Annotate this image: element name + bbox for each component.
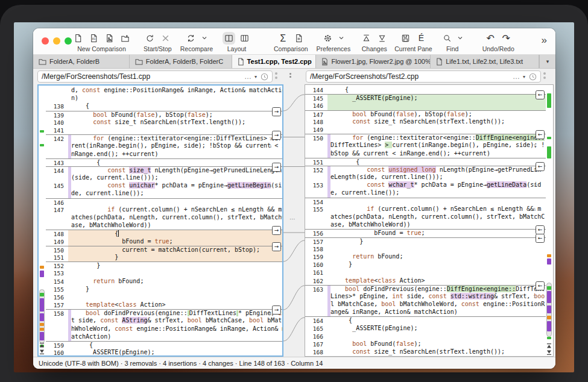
code-row[interactable]: 144 const size_t nLength(pEngine→getPrun… bbox=[46, 166, 282, 174]
code-row[interactable]: 141 bbox=[46, 127, 282, 134]
merge-right-button[interactable]: → bbox=[272, 107, 281, 116]
left-path-more-icon[interactable]: … bbox=[244, 72, 251, 81]
code-row[interactable]: 146 bbox=[46, 198, 282, 206]
close-window-button[interactable] bbox=[42, 37, 49, 45]
code-row[interactable]: 164 { bbox=[305, 316, 546, 324]
code-row[interactable]: 156 bFound = true;← bbox=[305, 229, 546, 237]
code-row[interactable]: 149 bFound = true; bbox=[46, 238, 282, 246]
minimize-window-button[interactable] bbox=[53, 37, 60, 45]
code-row[interactable]: nRange.end(); ++current) bbox=[46, 151, 282, 158]
code-row[interactable]: 145 const unichar* pchData = pEngine→get… bbox=[46, 182, 282, 190]
code-row[interactable]: 145 _ASSERTE(pEngine);← bbox=[305, 94, 546, 102]
code-row[interactable]: hWholeWord, const engine::PositionRange&… bbox=[46, 325, 282, 333]
merge-right-button[interactable]: → bbox=[272, 305, 281, 315]
chevron-icon[interactable] bbox=[458, 33, 463, 43]
right-code-content[interactable]: 144 {145 _ASSERTE(pEngine);←146147 bool … bbox=[305, 85, 546, 356]
left-pane-handle-dots[interactable] bbox=[275, 72, 277, 79]
right-pane-handle-dots[interactable] bbox=[543, 72, 546, 79]
code-row[interactable]: 152 const unsigned long nLength(pEngine→… bbox=[305, 166, 546, 174]
code-row[interactable]: 139 bool bFound(false), bStop(false);→ bbox=[46, 111, 282, 119]
doc-new-icon[interactable] bbox=[73, 33, 83, 43]
code-row[interactable]: e, current.line()); bbox=[305, 189, 546, 197]
prev-change-icon[interactable] bbox=[361, 33, 371, 43]
code-row[interactable]: 153 bbox=[46, 269, 282, 277]
code-row[interactable]: 162 template<class Action> bbox=[305, 277, 546, 285]
sigma-icon[interactable]: Σ bbox=[278, 33, 288, 43]
right-path-more-icon[interactable]: … bbox=[513, 72, 520, 81]
code-row[interactable]: 158 bool doFindPrevious(engine::DiffText… bbox=[46, 309, 282, 317]
code-row[interactable]: 150 for (engine::textiterator<engine::Di… bbox=[305, 134, 546, 142]
right-history-icon[interactable] bbox=[529, 73, 537, 81]
code-row[interactable]: 152 } bbox=[46, 261, 282, 269]
code-row[interactable]: 157 template<class Action> bbox=[46, 301, 282, 309]
code-row[interactable]: rent(inRange.begin(), pEngine, side); !b… bbox=[46, 142, 282, 150]
code-row[interactable]: 155 if (current.column() + nSearchLen ≤ … bbox=[305, 205, 546, 213]
code-row[interactable]: (side, current.line())); bbox=[46, 174, 282, 182]
code-row[interactable]: 161 bbox=[305, 269, 546, 277]
left-path-dropdown-icon[interactable]: ▾ bbox=[254, 74, 257, 80]
code-row[interactable]: 146 bbox=[305, 102, 546, 110]
zoom-window-button[interactable] bbox=[65, 37, 72, 45]
code-row[interactable]: 150 current = matchAction(current, bStop… bbox=[46, 246, 282, 254]
code-row[interactable]: 155 } bbox=[46, 286, 282, 293]
splitter-handle[interactable] bbox=[289, 73, 291, 78]
left-history-icon[interactable] bbox=[261, 73, 268, 81]
redo-icon[interactable]: ↷ bbox=[501, 33, 511, 43]
merge-left-button[interactable]: ← bbox=[536, 234, 545, 243]
code-row[interactable]: 151 } bbox=[46, 254, 282, 261]
search-icon[interactable] bbox=[442, 33, 452, 43]
doc-image-icon[interactable] bbox=[104, 33, 115, 43]
tab-list-dropdown[interactable]: ▾ bbox=[539, 55, 555, 68]
code-row[interactable]: 167 bool bFound(false); bbox=[305, 340, 546, 348]
tab-flower1-jpg[interactable]: Flower1.jpg, Flower2.jpg @ 100% bbox=[316, 55, 431, 68]
last-change-icon[interactable] bbox=[546, 350, 552, 355]
last-change-icon[interactable] bbox=[39, 349, 45, 354]
code-row[interactable]: 147 bool bFound(false), bStop(false); bbox=[305, 110, 546, 118]
tab-life1-txt[interactable]: Life1.txt, Life2.txt, Life3.txt bbox=[431, 55, 539, 68]
code-row[interactable]: atches(pchData, nLength, current.column(… bbox=[46, 214, 282, 222]
merge-right-button[interactable]: → bbox=[272, 163, 281, 172]
layout-2col-icon[interactable] bbox=[224, 33, 234, 43]
merge-left-button[interactable]: ← bbox=[536, 281, 545, 290]
code-row[interactable]: 138 { bbox=[46, 102, 282, 110]
toolbar-overflow-button[interactable]: » bbox=[542, 34, 547, 46]
code-row[interactable]: DiffTextLines> > current(inRange.begin()… bbox=[305, 142, 546, 149]
right-file-path-field[interactable]: /Merge/ForScreenshots/Test2.cpp … ▾ bbox=[306, 70, 541, 83]
code-row[interactable]: atchAction) bbox=[46, 333, 282, 341]
code-row[interactable]: ase, bMatchWholeWord)) bbox=[305, 221, 546, 229]
gear-icon[interactable] bbox=[323, 33, 333, 43]
code-row[interactable]: ange& inRange, Action& matchAction) bbox=[305, 308, 546, 316]
close-icon[interactable] bbox=[160, 33, 171, 43]
merge-left-button[interactable]: ← bbox=[536, 90, 545, 99]
code-row[interactable]: 160 } bbox=[305, 261, 546, 269]
report-icon[interactable] bbox=[294, 33, 304, 43]
code-row[interactable]: t side, const AString& strText, bool bMa… bbox=[46, 317, 282, 325]
code-row[interactable]: 160 ASSERTE(pEngine); bbox=[46, 349, 282, 355]
left-code-pane[interactable]: d, const engine::PositionRange& inRange,… bbox=[37, 84, 283, 357]
code-row[interactable]: 142 for (engine::textiterator<engine::Di… bbox=[46, 134, 282, 142]
folder-new-icon[interactable] bbox=[120, 33, 130, 43]
code-row[interactable]: 149 bbox=[305, 126, 546, 134]
code-row[interactable]: 153 const wchar_t* pchData = pEngine→get… bbox=[305, 181, 546, 189]
code-row[interactable]: eLength(side, current.line())); bbox=[305, 174, 546, 181]
doc-binary-icon[interactable]: 01 bbox=[89, 33, 99, 43]
code-row[interactable]: ase, bMatchWholeWord)) bbox=[46, 222, 282, 230]
code-row[interactable]: 159 return bFound; bbox=[305, 253, 546, 261]
right-code-pane[interactable]: 144 {145 _ASSERTE(pEngine);←146147 bool … bbox=[305, 84, 554, 357]
code-row[interactable]: 165 _ASSERTE(pEngine); bbox=[305, 325, 546, 333]
code-row[interactable]: 158 bbox=[305, 245, 546, 253]
code-row[interactable]: atches(pchData, nLength, current.column(… bbox=[305, 213, 546, 221]
code-row[interactable]: 166 bbox=[305, 333, 546, 340]
code-row[interactable]: 144 { bbox=[305, 86, 546, 94]
merge-right-button[interactable]: → bbox=[272, 242, 281, 251]
code-row[interactable]: 154 bbox=[305, 198, 546, 205]
left-code-content[interactable]: d, const engine::PositionRange& inRange,… bbox=[46, 86, 282, 355]
code-row[interactable]: 148 const size_t nSearchLen(strText.leng… bbox=[305, 118, 546, 126]
code-row[interactable]: de, current.line()); bbox=[46, 190, 282, 198]
refresh-icon[interactable] bbox=[145, 33, 155, 43]
code-row[interactable]: bStop && current < inRange.end(); ++curr… bbox=[305, 150, 546, 158]
chevron-icon[interactable] bbox=[201, 33, 207, 43]
code-row[interactable]: l bMatchCase, bool bMatchWholeWord, cons… bbox=[305, 301, 546, 308]
left-file-path-field[interactable]: /Merge/ForScreenshots/Test1.cpp … ▾ bbox=[37, 70, 273, 83]
code-row[interactable]: 151 { bbox=[305, 158, 546, 166]
